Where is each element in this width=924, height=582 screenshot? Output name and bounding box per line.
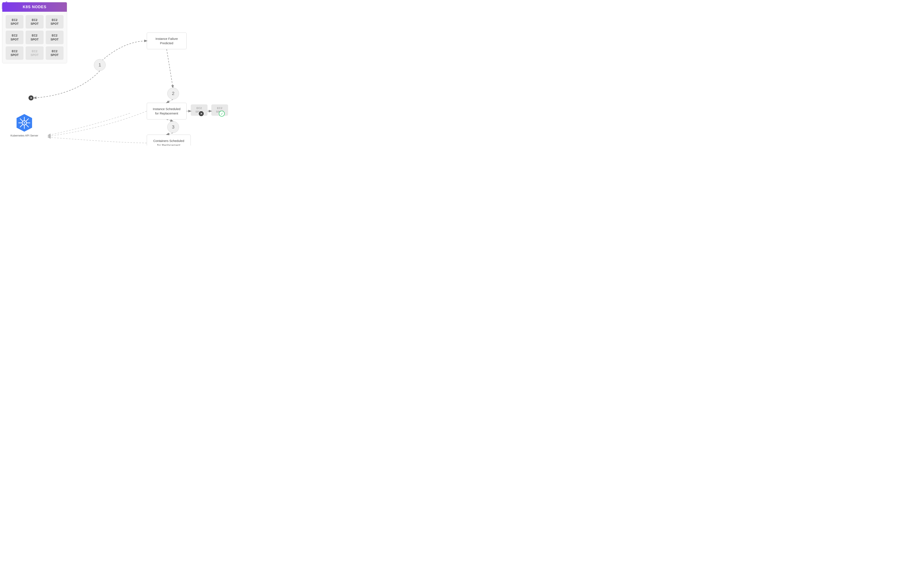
ec2-node-5: EC2SPOT bbox=[26, 31, 43, 44]
kubernetes-icon bbox=[15, 113, 34, 132]
x-badge-ec2: ✕ bbox=[198, 111, 204, 117]
k8s-header: K8S NODES bbox=[2, 2, 67, 12]
step-2-label: 2 bbox=[172, 91, 175, 96]
k8s-title: K8S NODES bbox=[23, 5, 46, 9]
x-badge-node: ✕ bbox=[28, 95, 34, 101]
kubernetes-api-server: Kubernetes API Server bbox=[10, 113, 38, 137]
containers-scheduled-box: Containers Scheduled for Replacement bbox=[147, 135, 191, 146]
step-1-label: 1 bbox=[99, 62, 101, 68]
step-1-circle: 1 bbox=[94, 59, 106, 71]
containers-scheduled-label: Containers Scheduled for Replacement bbox=[153, 139, 184, 146]
k8s-nodes-panel: K8S NODES EC2SPOT EC2SPOT EC2SPOT EC2SPO… bbox=[2, 2, 67, 63]
instance-scheduled-label: Instance Scheduled for Replacement bbox=[153, 107, 180, 116]
kubernetes-api-label: Kubernetes API Server bbox=[10, 134, 38, 137]
ec2-node-2: EC2SPOT bbox=[26, 15, 43, 28]
check-badge-ec2: ✓ bbox=[219, 111, 225, 117]
instance-failure-box: Instance Failure Predicted bbox=[147, 33, 186, 49]
ec2-node-1: EC2SPOT bbox=[6, 15, 23, 28]
ec2-node-7: EC2SPOT bbox=[6, 46, 23, 60]
ec2-node-6: EC2SPOT bbox=[46, 31, 64, 44]
instance-scheduled-box: Instance Scheduled for Replacement bbox=[147, 103, 186, 119]
step-3-circle: 3 bbox=[167, 121, 179, 133]
instance-failure-label: Instance Failure Predicted bbox=[155, 36, 178, 45]
svg-point-4 bbox=[24, 122, 25, 124]
step-2-circle: 2 bbox=[167, 88, 179, 99]
ec2-node-8-faded: EC2SPOT bbox=[26, 46, 43, 60]
ec2-node-3: EC2SPOT bbox=[46, 15, 64, 28]
step-3-label: 3 bbox=[172, 124, 175, 130]
ec2-node-4: EC2SPOT bbox=[6, 31, 23, 44]
k8s-grid: EC2SPOT EC2SPOT EC2SPOT EC2SPOT EC2SPOT … bbox=[2, 12, 67, 63]
ec2-node-9: EC2SPOT bbox=[46, 46, 64, 60]
